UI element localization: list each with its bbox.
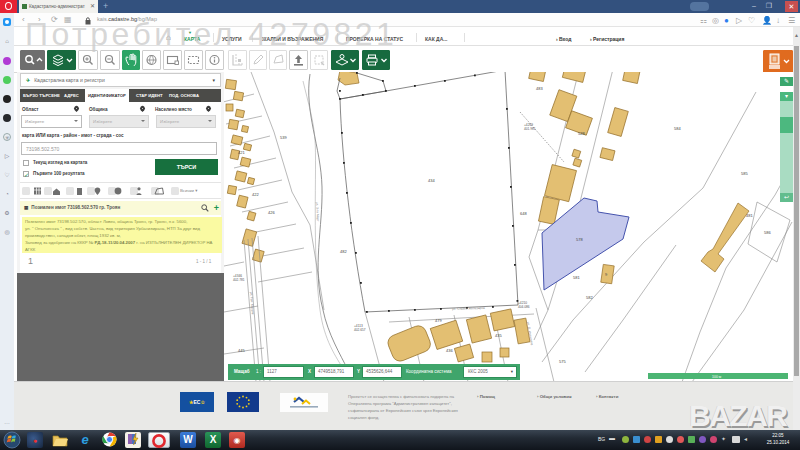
svg-text:648: 648 [520,211,527,216]
svg-text:ул. 3-ти Март: ул. 3-ти Март [315,202,320,222]
svg-text:100 м: 100 м [712,375,722,379]
svg-text:479: 479 [435,318,442,323]
svg-text:582: 582 [586,295,593,300]
svg-text:586: 586 [764,230,771,235]
svg-text:575: 575 [559,359,566,364]
svg-text:421: 421 [238,150,245,155]
svg-text:581: 581 [573,275,580,280]
svg-text:426: 426 [268,210,275,215]
svg-text:482: 482 [340,249,347,254]
svg-text:578: 578 [576,237,583,242]
svg-text:483: 483 [536,86,543,91]
svg-text:401.981: 401.981 [524,127,536,131]
svg-text:ул. Стакев Железаров: ул. Стакев Железаров [452,306,485,311]
svg-text:422: 422 [252,192,259,197]
svg-text:584: 584 [674,126,681,131]
svg-text:402.657: 402.657 [354,328,366,332]
svg-text:402.781: 402.781 [233,278,245,282]
svg-text:435: 435 [495,333,502,338]
svg-text:528: 528 [578,131,585,136]
svg-text:481: 481 [746,213,753,218]
svg-text:404.086: 404.086 [518,305,530,309]
svg-text:436: 436 [446,348,453,353]
svg-text:585: 585 [741,171,748,176]
svg-text:539: 539 [280,135,287,140]
svg-text:445: 445 [238,348,245,353]
svg-text:434: 434 [428,178,435,183]
